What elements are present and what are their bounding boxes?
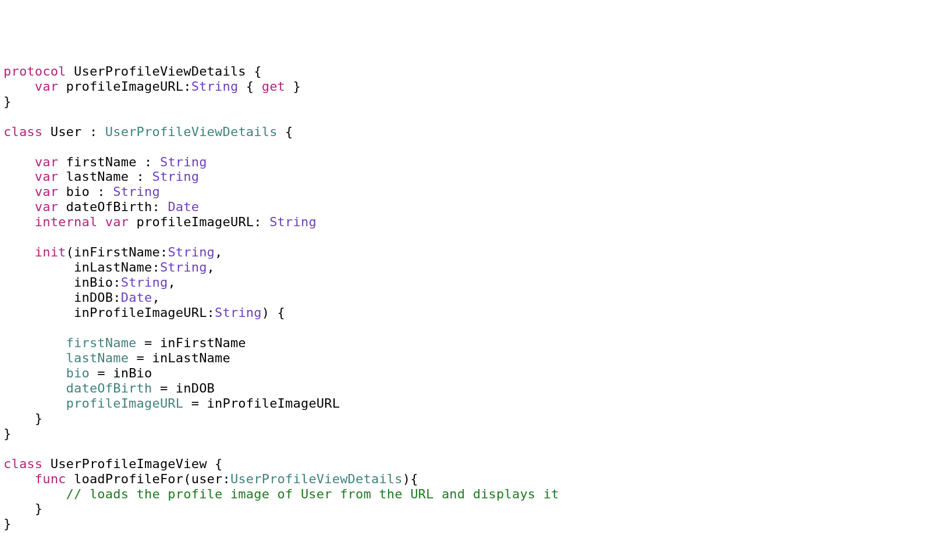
code-text: : [137, 155, 160, 169]
code-text [3, 487, 66, 501]
code-text: , [152, 290, 159, 305]
code-text: } [285, 79, 301, 94]
code-text [3, 351, 66, 365]
ident: loadProfileFor [74, 472, 183, 486]
code-text: = [183, 396, 207, 411]
code-text [129, 215, 136, 229]
ident: inFirstName [74, 245, 160, 259]
code-text [3, 260, 74, 274]
type-ref: String [168, 245, 215, 259]
type-ref: Date [121, 290, 152, 305]
code-text: } [3, 501, 42, 516]
code-text: } [3, 516, 11, 531]
code-text: : [222, 472, 230, 486]
code-text [42, 124, 50, 139]
type-ref: String [152, 169, 199, 184]
keyword: var [35, 155, 58, 169]
ident: firstName [66, 155, 137, 169]
code-text: ) { [262, 305, 285, 320]
code-text: : [90, 184, 113, 199]
code-text: } [3, 411, 42, 426]
code-text: { [246, 64, 262, 79]
ident: inLastName [74, 260, 152, 274]
keyword: internal [35, 215, 98, 229]
member-ref: firstName [66, 336, 137, 350]
code-text [3, 169, 35, 184]
type-ref: String [113, 184, 160, 199]
code-block: protocol UserProfileViewDetails { var pr… [3, 64, 928, 532]
type-ref: String [215, 305, 262, 320]
comment: // loads the profile image of User from … [66, 487, 559, 501]
code-text: ( [66, 245, 74, 259]
code-text [3, 199, 35, 214]
type-decl: User [51, 124, 82, 139]
member-ref: lastName [66, 351, 129, 365]
keyword: get [262, 79, 285, 94]
ident: bio [66, 184, 90, 199]
ident: inDOB [74, 290, 113, 305]
code-text: : [152, 260, 159, 274]
code-text [58, 169, 66, 184]
code-text: } [3, 426, 11, 441]
code-text: = [152, 381, 175, 395]
code-text: , [215, 245, 222, 259]
keyword: func [35, 472, 66, 486]
keyword: var [35, 169, 58, 184]
keyword: init [35, 245, 66, 259]
keyword: protocol [3, 64, 66, 79]
ident: lastName [66, 169, 129, 184]
code-text: : [113, 290, 120, 305]
keyword: var [35, 199, 58, 214]
code-text: { [238, 79, 261, 94]
code-text: , [168, 275, 175, 290]
code-text: = [90, 366, 113, 380]
type-ref: Date [168, 199, 199, 214]
code-text [3, 472, 35, 486]
keyword: class [3, 456, 42, 471]
ident: user [191, 472, 223, 486]
code-text: : [183, 79, 191, 94]
ident: inBio [113, 366, 152, 380]
type-ref: UserProfileViewDetails [105, 124, 278, 139]
keyword: var [35, 79, 58, 94]
ident: inFirstName [160, 336, 246, 350]
ident: inProfileImageURL [207, 396, 340, 411]
code-text: ){ [403, 472, 418, 486]
ident: dateOfBirth [66, 199, 152, 214]
code-text [3, 381, 66, 395]
code-text [3, 336, 66, 350]
code-text [58, 184, 66, 199]
code-text [3, 79, 35, 94]
ident: inProfileImageURL [74, 305, 207, 320]
type-decl: UserProfileImageView [51, 456, 207, 471]
code-text: : [113, 275, 120, 290]
code-text [3, 215, 35, 229]
code-text [97, 215, 105, 229]
code-text: : [160, 245, 168, 259]
code-text [3, 366, 66, 380]
ident: profileImageURL [66, 79, 184, 94]
code-text: : [207, 305, 215, 320]
code-text: } [3, 94, 11, 109]
code-text [3, 245, 35, 259]
code-text: , [207, 260, 215, 274]
member-ref: profileImageURL [66, 396, 184, 411]
code-text [66, 472, 74, 486]
code-text [3, 305, 74, 320]
type-ref: String [160, 155, 207, 169]
keyword: var [35, 184, 58, 199]
type-ref: UserProfileViewDetails [230, 472, 403, 486]
code-text [3, 184, 35, 199]
code-text: { [207, 456, 223, 471]
code-text [58, 79, 66, 94]
code-text: ( [183, 472, 191, 486]
code-text [58, 199, 66, 214]
code-text: : [81, 124, 105, 139]
keyword: class [3, 124, 42, 139]
code-text [3, 290, 74, 305]
ident: inBio [74, 275, 113, 290]
code-text [3, 155, 35, 169]
ident: inLastName [152, 351, 230, 365]
code-text [58, 155, 66, 169]
code-text [42, 456, 50, 471]
